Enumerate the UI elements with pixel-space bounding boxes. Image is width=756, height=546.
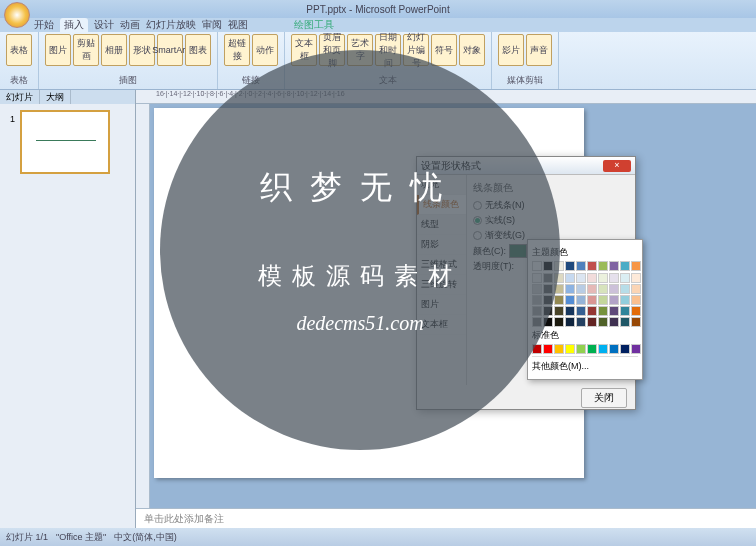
color-#c0504d[interactable] [587,261,597,271]
tint-#3f3151[interactable] [609,317,619,327]
nav-0[interactable]: 填充 [417,175,466,195]
tint-#ccc1d9[interactable] [609,284,619,294]
tint-#f2dcdb[interactable] [587,273,597,283]
slide-thumb-1[interactable] [20,110,110,174]
sound-button[interactable]: 声音 [526,34,552,66]
smart-button[interactable]: SmartArt [157,34,183,66]
dialog-close-btn[interactable]: 关闭 [581,388,627,408]
tint-#a5a5a5[interactable] [532,306,542,316]
tint-#fac08f[interactable] [631,295,641,305]
color-#ffc000[interactable] [554,344,564,354]
color-#eeece1[interactable] [554,261,564,271]
tint-#b2a2c7[interactable] [609,295,619,305]
tint-#95b3d7[interactable] [576,295,586,305]
tint-#ddd9c3[interactable] [554,273,564,283]
tint-#f2f2f2[interactable] [532,273,542,283]
radio-1[interactable] [473,216,482,225]
color-#ffff00[interactable] [565,344,575,354]
tint-#e5e0ec[interactable] [609,273,619,283]
tint-#dbeef3[interactable] [620,273,630,283]
nav-2[interactable]: 线型 [417,215,466,235]
tint-#d8d8d8[interactable] [532,284,542,294]
tint-#e5b9b7[interactable] [587,284,597,294]
link-button[interactable]: 超链接 [224,34,250,66]
dialog-titlebar[interactable]: 设置形状格式 × [417,157,635,175]
notes-pane[interactable]: 单击此处添加备注 [136,508,756,528]
wordart-button[interactable]: 艺术字 [347,34,373,66]
tint-#953734[interactable] [587,306,597,316]
color-#ff0000[interactable] [543,344,553,354]
tint-#262626[interactable] [543,306,553,316]
nav-5[interactable]: 三维旋转 [417,275,466,295]
dialog-close-button[interactable]: × [603,160,631,172]
tint-#0c0c0c[interactable] [543,317,553,327]
tint-#7f7f7f[interactable] [532,317,542,327]
color-#8064a2[interactable] [609,261,619,271]
tint-#3f3f3f[interactable] [543,295,553,305]
tint-#e36c09[interactable] [631,306,641,316]
radio-2[interactable] [473,231,482,240]
tint-#c4bd97[interactable] [554,284,564,294]
color-#000000[interactable] [543,261,553,271]
color-#4f81bd[interactable] [576,261,586,271]
shape-button[interactable]: 形状 [129,34,155,66]
tint-#76923c[interactable] [598,306,608,316]
color-#f79646[interactable] [631,261,641,271]
album-button[interactable]: 相册 [101,34,127,66]
tint-#548dd4[interactable] [565,295,575,305]
color-#ffffff[interactable] [532,261,542,271]
clip-button[interactable]: 剪贴画 [73,34,99,66]
tab-view[interactable]: 视图 [228,18,248,32]
tab-slides[interactable]: 幻灯片 [0,90,40,104]
tint-#366092[interactable] [576,306,586,316]
nav-6[interactable]: 图片 [417,295,466,315]
tint-#31859b[interactable] [620,306,630,316]
tint-#244061[interactable] [576,317,586,327]
color-#0070c0[interactable] [609,344,619,354]
office-button[interactable] [4,2,30,28]
tab-design[interactable]: 设计 [94,18,114,32]
tint-#c6d9f0[interactable] [565,273,575,283]
num-button[interactable]: 幻灯片编号 [403,34,429,66]
tint-#0f243e[interactable] [565,317,575,327]
tint-#b8cce4[interactable] [576,284,586,294]
color-#1f497d[interactable] [565,261,575,271]
tab-outline[interactable]: 大纲 [40,90,71,104]
color-#4bacc6[interactable] [620,261,630,271]
color-picker-button[interactable] [509,244,527,258]
radio-0[interactable] [473,201,482,210]
nav-7[interactable]: 文本框 [417,315,466,335]
tint-#494429[interactable] [554,306,564,316]
textbox-button[interactable]: 文本框 [291,34,317,66]
color-#92d050[interactable] [576,344,586,354]
sym-button[interactable]: 符号 [431,34,457,66]
color-#c00000[interactable] [532,344,542,354]
tint-#974806[interactable] [631,317,641,327]
tab-insert[interactable]: 插入 [60,18,88,32]
tint-#fdeada[interactable] [631,273,641,283]
tint-#bfbfbf[interactable] [532,295,542,305]
tint-#1d1b10[interactable] [554,317,564,327]
tint-#d7e3bc[interactable] [598,284,608,294]
tint-#dbe5f1[interactable] [576,273,586,283]
obj-button[interactable]: 对象 [459,34,485,66]
pic-button[interactable]: 图片 [45,34,71,66]
tint-#b7dde8[interactable] [620,284,630,294]
tab-animation[interactable]: 动画 [120,18,140,32]
palette-other[interactable]: 其他颜色(M)... [532,356,638,373]
color-#00b050[interactable] [587,344,597,354]
tint-#d99694[interactable] [587,295,597,305]
date-button[interactable]: 日期和时间 [375,34,401,66]
tint-#17365d[interactable] [565,306,575,316]
tint-#ebf1dd[interactable] [598,273,608,283]
tint-#92cddc[interactable] [620,295,630,305]
tint-#632423[interactable] [587,317,597,327]
tint-#205867[interactable] [620,317,630,327]
table-button[interactable]: 表格 [6,34,32,66]
tab-home[interactable]: 开始 [34,18,54,32]
nav-4[interactable]: 三维格式 [417,255,466,275]
color-#00b0f0[interactable] [598,344,608,354]
color-#7030a0[interactable] [631,344,641,354]
tint-#938953[interactable] [554,295,564,305]
tint-#7f7f7f[interactable] [543,273,553,283]
